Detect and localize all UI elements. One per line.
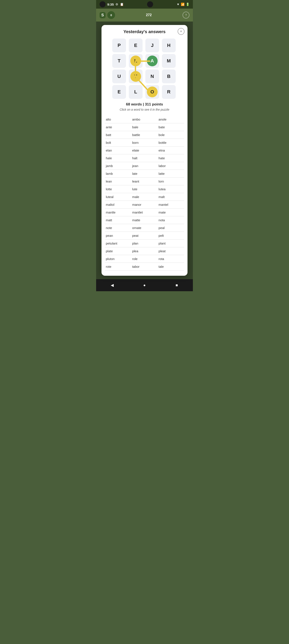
letter-R: R	[162, 85, 176, 99]
score-value: 0	[110, 14, 112, 17]
letter-grid: P E J H T L A M U T N B	[112, 38, 177, 99]
list-item[interactable]: jean	[131, 162, 158, 170]
modal-overlay: × Yesterday's answers P E J H T L A M	[96, 22, 193, 279]
battery-icon: 🔋	[186, 2, 189, 6]
signal-icon: 📶	[181, 2, 185, 6]
status-right: ▼ 📶 🔋	[177, 2, 189, 6]
list-item[interactable]: elate	[131, 146, 158, 154]
list-item[interactable]: mantel	[158, 201, 184, 208]
list-item[interactable]: male	[131, 193, 158, 201]
letter-B: B	[162, 70, 176, 83]
list-item[interactable]: mate	[158, 208, 184, 216]
letter-M: M	[162, 54, 176, 68]
screenshot-icon: 📋	[120, 2, 124, 6]
list-item[interactable]: manor	[131, 201, 158, 208]
list-item[interactable]: late	[131, 170, 158, 178]
letter-P: P	[112, 38, 126, 52]
nav-bar: ◀ ● ■	[96, 279, 193, 291]
home-button[interactable]: ●	[141, 282, 148, 288]
list-item[interactable]: petulant	[105, 240, 131, 247]
list-item[interactable]: lutea	[158, 185, 184, 193]
letter-T2: T	[129, 70, 143, 83]
status-time: 9:35	[107, 2, 114, 6]
list-item[interactable]: pluton	[105, 255, 131, 263]
list-item[interactable]: peat	[131, 232, 158, 240]
list-item[interactable]: plea	[131, 247, 158, 255]
letter-J: J	[145, 38, 159, 52]
list-item[interactable]: lute	[131, 185, 158, 193]
camera-icon	[100, 1, 106, 7]
list-item[interactable]: leant	[131, 178, 158, 185]
list-item[interactable]: hate	[158, 154, 184, 162]
list-item[interactable]: mantlet	[131, 208, 158, 216]
list-item[interactable]: pean	[105, 232, 131, 240]
settings-icon: ⚙	[115, 2, 118, 6]
list-item[interactable]: matte	[131, 216, 158, 224]
letter-E: E	[129, 38, 143, 52]
list-item[interactable]: ambo	[131, 116, 158, 123]
list-item[interactable]: bolt	[105, 139, 131, 146]
list-item[interactable]: lamb	[105, 170, 131, 178]
help-button[interactable]: ?	[183, 12, 189, 18]
list-item[interactable]: plant	[158, 240, 184, 247]
letter-U: U	[112, 70, 126, 83]
list-item[interactable]: luteal	[105, 193, 131, 201]
answers-modal: × Yesterday's answers P E J H T L A M	[101, 25, 188, 276]
list-item[interactable]: anole	[158, 116, 184, 123]
list-item[interactable]: maltol	[105, 201, 131, 208]
letter-N: N	[145, 70, 159, 83]
list-item[interactable]: mantle	[105, 208, 131, 216]
list-item[interactable]: lotte	[105, 185, 131, 193]
wifi-icon: ▼	[177, 2, 180, 6]
back-button[interactable]: ◀	[109, 282, 115, 288]
list-item[interactable]: etna	[158, 146, 184, 154]
list-item[interactable]: born	[131, 139, 158, 146]
list-item[interactable]: ante	[105, 123, 131, 131]
game-background: S 0 272 ?	[96, 8, 193, 22]
points-display: 272	[146, 13, 152, 17]
recent-button[interactable]: ■	[174, 282, 180, 288]
list-item[interactable]: hale	[105, 154, 131, 162]
list-item[interactable]: bale	[131, 123, 158, 131]
list-item[interactable]: elan	[105, 146, 131, 154]
list-item[interactable]: ornate	[131, 224, 158, 232]
list-item[interactable]: rote	[105, 263, 131, 270]
list-item[interactable]: jamb	[105, 162, 131, 170]
list-item[interactable]: rota	[158, 255, 184, 263]
list-item[interactable]: halt	[131, 154, 158, 162]
list-item[interactable]: tale	[158, 263, 184, 270]
list-item[interactable]: nota	[158, 216, 184, 224]
letter-grid-container: P E J H T L A M U T N B	[112, 38, 177, 99]
letter-L1: L	[129, 54, 143, 68]
list-item[interactable]: bate	[158, 123, 184, 131]
letter-L2: L	[129, 85, 143, 99]
modal-stats: 68 words | 311 points	[105, 102, 184, 106]
list-item[interactable]: batt	[105, 131, 131, 139]
letter-O: O	[145, 85, 159, 99]
list-item[interactable]: pelt	[158, 232, 184, 240]
list-item[interactable]: plate	[105, 247, 131, 255]
list-item[interactable]: battle	[131, 131, 158, 139]
list-item[interactable]: lean	[105, 178, 131, 185]
word-list: altoamboanoleantebalebatebattbattleboleb…	[105, 116, 184, 270]
list-item[interactable]: labor	[158, 162, 184, 170]
list-item[interactable]: lorn	[158, 178, 184, 185]
list-item[interactable]: alto	[105, 116, 131, 123]
list-item[interactable]: pleat	[158, 247, 184, 255]
list-item[interactable]: tabor	[131, 263, 158, 270]
list-item[interactable]: note	[105, 224, 131, 232]
list-item[interactable]: malt	[158, 193, 184, 201]
list-item[interactable]: latte	[158, 170, 184, 178]
close-button[interactable]: ×	[178, 28, 185, 35]
list-item[interactable]: peal	[158, 224, 184, 232]
list-item[interactable]: bole	[158, 131, 184, 139]
letter-T1: T	[112, 54, 126, 68]
list-item[interactable]: bottle	[158, 139, 184, 146]
modal-title: Yesterday's answers	[105, 29, 184, 34]
list-item[interactable]: matt	[105, 216, 131, 224]
list-item[interactable]: plan	[131, 240, 158, 247]
status-bar: 9:35 ⚙ 📋 ▼ 📶 🔋	[96, 0, 193, 8]
status-left: 9:35 ⚙ 📋	[100, 1, 124, 7]
modal-hint: Click on a word to see it in the puzzle	[105, 108, 184, 111]
list-item[interactable]: role	[131, 255, 158, 263]
